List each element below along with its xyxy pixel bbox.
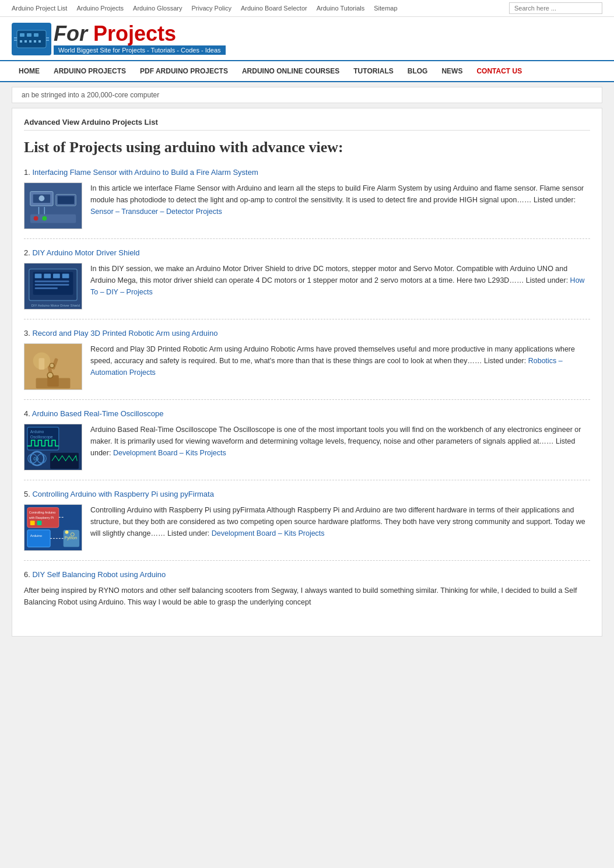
logo-for: For [54, 22, 87, 45]
project-title-5: 5. Controlling Arduino with Raspberry Pi… [24, 490, 590, 498]
project-link-6[interactable]: DIY Self Balancing Robot using Arduino [32, 570, 166, 579]
project-listed-link-4[interactable]: Development Board – Kits Projects [113, 449, 226, 457]
svg-rect-3 [34, 33, 38, 37]
project-body-3: Record and Play 3D Printed Robotic Arm u… [24, 343, 590, 390]
top-link-project-list[interactable]: Arduino Project List [12, 5, 67, 12]
project-listed-link-1[interactable]: Sensor – Transducer – Detector Projects [90, 208, 222, 216]
svg-point-64 [71, 533, 74, 536]
project-thumb-1 [24, 182, 82, 229]
svg-rect-6 [29, 40, 31, 43]
top-bar-links: Arduino Project List Arduino Projects Ar… [12, 5, 398, 12]
nav-blog[interactable]: BLOG [401, 61, 435, 81]
svg-text:with Raspberry Pi: with Raspberry Pi [29, 516, 54, 519]
svg-rect-29 [53, 273, 60, 278]
project-title-4: 4. Arduino Based Real-Time Oscilloscope [24, 409, 590, 418]
nav-pdf-arduino-projects[interactable]: PDF ARDUINO PROJECTS [133, 61, 235, 81]
svg-text:Arduino: Arduino [30, 430, 44, 434]
project-desc-text-5: Controlling Arduino with Raspberry Pi us… [90, 506, 585, 537]
project-desc-2: In this DIY session, we make an Arduino … [90, 263, 590, 298]
logo-main[interactable]: For Projects World Biggest Site for Proj… [12, 23, 226, 55]
svg-rect-4 [20, 40, 22, 43]
svg-rect-5 [24, 40, 27, 43]
page-title: List of Projects using arduino with adva… [24, 139, 590, 156]
project-item-2: 2. DIY Arduino Motor Driver Shield DIY A… [24, 248, 590, 319]
nav-tutorials[interactable]: TUTORIALS [346, 61, 400, 81]
svg-rect-57 [30, 521, 35, 525]
project-item-4: 4. Arduino Based Real-Time Oscilloscope … [24, 409, 590, 480]
svg-rect-2 [27, 33, 31, 37]
svg-rect-7 [34, 40, 36, 43]
search-box [509, 2, 602, 14]
project-thumb-2: DIY Arduino Motor Driver Shield [24, 263, 82, 310]
project-body-2: DIY Arduino Motor Driver Shield In this … [24, 263, 590, 310]
svg-text:Controlling Arduino: Controlling Arduino [29, 511, 55, 514]
project-desc-text-6: After being inspired by RYNO motors and … [24, 585, 590, 608]
project-title-1: 1. Interfacing Flame Sensor with Arduino… [24, 168, 590, 177]
svg-point-23 [42, 216, 47, 221]
svg-rect-41 [36, 378, 71, 389]
project-link-2[interactable]: DIY Arduino Motor Driver Shield [32, 248, 139, 257]
search-input[interactable] [509, 2, 602, 14]
logo-text-block: For Projects World Biggest Site for Proj… [54, 23, 226, 55]
top-link-board-selector[interactable]: Arduino Board Selector [241, 5, 307, 12]
project-title-2: 2. DIY Arduino Motor Driver Shield [24, 248, 590, 257]
top-link-sitemap[interactable]: Sitemap [374, 5, 397, 12]
project-desc-5: Controlling Arduino with Raspberry Pi us… [90, 504, 590, 539]
project-listed-link-5[interactable]: Development Board – Kits Projects [212, 529, 325, 537]
logo-block: For Projects World Biggest Site for Proj… [12, 23, 226, 55]
project-thumb-4: Arduino Oscilloscope ∞ [24, 424, 82, 470]
project-desc-6: After being inspired by RYNO motors and … [24, 585, 590, 608]
nav-contact-us[interactable]: CONTACT US [469, 61, 529, 81]
project-title-3: 3. Record and Play 3D Printed Robotic Ar… [24, 329, 590, 338]
project-number-3: 3. [24, 329, 32, 338]
svg-text:Oscilloscope: Oscilloscope [30, 435, 53, 440]
main-nav: HOME ARDUINO PROJECTS PDF ARDUINO PROJEC… [0, 60, 614, 82]
project-number-1: 1. [24, 168, 32, 177]
project-desc-3: Record and Play 3D Printed Robotic Arm u… [90, 343, 590, 378]
project-link-1[interactable]: Interfacing Flame Sensor with Arduino to… [32, 168, 258, 177]
svg-point-39 [47, 372, 53, 378]
project-link-5[interactable]: Controlling Arduino with Raspberry Pi us… [32, 490, 213, 498]
svg-point-63 [65, 530, 69, 534]
nav-arduino-online-courses[interactable]: ARDUINO ONLINE COURSES [235, 61, 346, 81]
project-desc-4: Arduino Based Real-Time Oscilloscope The… [90, 424, 590, 459]
svg-text:Arduino: Arduino [30, 534, 43, 537]
project-item-3: 3. Record and Play 3D Printed Robotic Ar… [24, 329, 590, 400]
project-desc-text-2: In this DIY session, we make an Arduino … [90, 265, 570, 284]
project-link-4[interactable]: Arduino Based Real-Time Oscilloscope [32, 409, 164, 418]
svg-rect-27 [35, 273, 42, 278]
svg-rect-28 [44, 273, 51, 278]
svg-rect-18 [58, 196, 74, 204]
svg-rect-0 [17, 30, 46, 48]
ticker-bar: an be stringed into a 200,000-core compu… [12, 87, 602, 103]
project-number-6: 6. [24, 570, 32, 579]
top-link-projects[interactable]: Arduino Projects [76, 5, 124, 12]
project-number-2: 2. [24, 248, 32, 257]
svg-point-16 [39, 195, 45, 201]
project-thumb-3 [24, 343, 82, 390]
nav-arduino-projects[interactable]: ARDUINO PROJECTS [47, 61, 133, 81]
top-link-tutorials[interactable]: Arduino Tutorials [317, 5, 365, 12]
project-title-6: 6. DIY Self Balancing Robot using Arduin… [24, 570, 590, 579]
project-body-1: In this article we interface Flame Senso… [24, 182, 590, 229]
project-link-3[interactable]: Record and Play 3D Printed Robotic Arm u… [32, 329, 217, 338]
svg-rect-52 [50, 453, 79, 469]
svg-rect-1 [20, 33, 24, 37]
logo-tagline: World Biggest Site for Projects - Tutori… [54, 45, 226, 55]
svg-rect-59 [27, 530, 50, 547]
top-link-privacy[interactable]: Privacy Policy [191, 5, 231, 12]
project-body-4: Arduino Oscilloscope ∞ Arduino Based Rea… [24, 424, 590, 470]
logo-icon [12, 23, 51, 55]
svg-rect-8 [38, 40, 41, 43]
top-link-glossary[interactable]: Arduino Glossary [133, 5, 182, 12]
nav-news[interactable]: NEWS [434, 61, 469, 81]
svg-rect-32 [35, 284, 69, 286]
logo-area: For Projects World Biggest Site for Proj… [0, 17, 614, 60]
svg-point-40 [50, 363, 54, 368]
nav-home[interactable]: HOME [12, 61, 47, 81]
project-item-5: 5. Controlling Arduino with Raspberry Pi… [24, 490, 590, 561]
project-body-5: Controlling Arduino with Raspberry Pi Ar… [24, 504, 590, 551]
content-wrapper: Advanced View Arduino Projects List List… [12, 108, 602, 637]
project-desc-text-1: In this article we interface Flame Senso… [90, 184, 584, 204]
project-desc-1: In this article we interface Flame Senso… [90, 182, 590, 217]
